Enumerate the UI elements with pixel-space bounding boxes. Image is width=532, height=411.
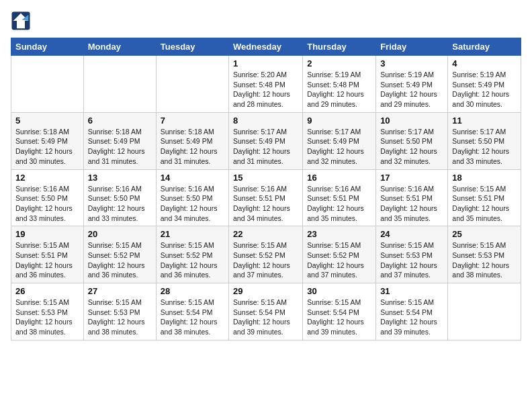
day-number: 27	[88, 286, 152, 296]
calendar-week-5: 26Sunrise: 5:15 AM Sunset: 5:53 PM Dayli…	[11, 283, 521, 340]
day-info: Sunrise: 5:15 AM Sunset: 5:54 PM Dayligh…	[307, 298, 371, 337]
day-number: 25	[452, 229, 517, 239]
calendar-cell: 19Sunrise: 5:15 AM Sunset: 5:51 PM Dayli…	[11, 226, 84, 283]
day-info: Sunrise: 5:15 AM Sunset: 5:51 PM Dayligh…	[452, 184, 517, 224]
calendar-cell: 30Sunrise: 5:15 AM Sunset: 5:54 PM Dayli…	[303, 283, 376, 340]
day-info: Sunrise: 5:17 AM Sunset: 5:50 PM Dayligh…	[452, 127, 517, 167]
calendar-cell: 31Sunrise: 5:15 AM Sunset: 5:54 PM Dayli…	[376, 283, 448, 340]
calendar-cell: 4Sunrise: 5:19 AM Sunset: 5:49 PM Daylig…	[448, 56, 521, 113]
day-info: Sunrise: 5:15 AM Sunset: 5:53 PM Dayligh…	[380, 240, 443, 280]
day-info: Sunrise: 5:15 AM Sunset: 5:52 PM Dayligh…	[88, 240, 152, 280]
day-number: 29	[233, 286, 298, 296]
calendar-cell: 23Sunrise: 5:15 AM Sunset: 5:52 PM Dayli…	[303, 226, 376, 283]
day-number: 14	[161, 173, 224, 183]
day-info: Sunrise: 5:15 AM Sunset: 5:53 PM Dayligh…	[452, 240, 517, 280]
calendar-cell: 9Sunrise: 5:17 AM Sunset: 5:49 PM Daylig…	[303, 112, 376, 169]
day-info: Sunrise: 5:15 AM Sunset: 5:51 PM Dayligh…	[15, 240, 79, 280]
day-number: 10	[380, 116, 443, 126]
day-info: Sunrise: 5:15 AM Sunset: 5:52 PM Dayligh…	[233, 240, 298, 280]
calendar-cell: 3Sunrise: 5:19 AM Sunset: 5:49 PM Daylig…	[376, 56, 448, 113]
weekday-header-friday: Friday	[376, 38, 448, 56]
day-number: 7	[161, 116, 224, 126]
weekday-header-wednesday: Wednesday	[229, 38, 303, 56]
day-info: Sunrise: 5:17 AM Sunset: 5:50 PM Dayligh…	[380, 127, 443, 167]
day-info: Sunrise: 5:16 AM Sunset: 5:51 PM Dayligh…	[307, 184, 371, 224]
calendar-week-3: 12Sunrise: 5:16 AM Sunset: 5:50 PM Dayli…	[11, 169, 521, 226]
page-header	[11, 11, 521, 31]
calendar-cell: 13Sunrise: 5:16 AM Sunset: 5:50 PM Dayli…	[83, 169, 156, 226]
day-number: 15	[233, 173, 298, 183]
calendar-cell: 6Sunrise: 5:18 AM Sunset: 5:49 PM Daylig…	[83, 112, 156, 169]
day-number: 28	[161, 286, 224, 296]
day-number: 18	[452, 173, 517, 183]
calendar-cell: 10Sunrise: 5:17 AM Sunset: 5:50 PM Dayli…	[376, 112, 448, 169]
day-number: 17	[380, 173, 443, 183]
calendar-cell: 16Sunrise: 5:16 AM Sunset: 5:51 PM Dayli…	[303, 169, 376, 226]
calendar-cell: 5Sunrise: 5:18 AM Sunset: 5:49 PM Daylig…	[11, 112, 84, 169]
calendar-cell: 25Sunrise: 5:15 AM Sunset: 5:53 PM Dayli…	[448, 226, 521, 283]
calendar-cell: 22Sunrise: 5:15 AM Sunset: 5:52 PM Dayli…	[229, 226, 303, 283]
day-info: Sunrise: 5:17 AM Sunset: 5:49 PM Dayligh…	[307, 127, 371, 167]
calendar-table: SundayMondayTuesdayWednesdayThursdayFrid…	[11, 38, 521, 340]
day-info: Sunrise: 5:15 AM Sunset: 5:52 PM Dayligh…	[307, 240, 371, 280]
calendar-cell: 24Sunrise: 5:15 AM Sunset: 5:53 PM Dayli…	[376, 226, 448, 283]
day-info: Sunrise: 5:19 AM Sunset: 5:49 PM Dayligh…	[380, 70, 443, 109]
weekday-header-thursday: Thursday	[303, 38, 376, 56]
day-number: 23	[307, 229, 371, 239]
day-info: Sunrise: 5:18 AM Sunset: 5:49 PM Dayligh…	[15, 127, 79, 167]
day-info: Sunrise: 5:15 AM Sunset: 5:54 PM Dayligh…	[161, 298, 224, 337]
day-info: Sunrise: 5:15 AM Sunset: 5:52 PM Dayligh…	[161, 240, 224, 280]
day-info: Sunrise: 5:16 AM Sunset: 5:51 PM Dayligh…	[380, 184, 443, 224]
logo-icon	[11, 11, 31, 31]
calendar-week-2: 5Sunrise: 5:18 AM Sunset: 5:49 PM Daylig…	[11, 112, 521, 169]
calendar-cell: 29Sunrise: 5:15 AM Sunset: 5:54 PM Dayli…	[229, 283, 303, 340]
calendar-cell: 1Sunrise: 5:20 AM Sunset: 5:48 PM Daylig…	[229, 56, 303, 113]
calendar-cell: 12Sunrise: 5:16 AM Sunset: 5:50 PM Dayli…	[11, 169, 84, 226]
day-number: 3	[380, 58, 443, 68]
weekday-header-tuesday: Tuesday	[156, 38, 228, 56]
day-number: 13	[88, 173, 152, 183]
day-info: Sunrise: 5:19 AM Sunset: 5:49 PM Dayligh…	[452, 70, 517, 109]
day-number: 22	[233, 229, 298, 239]
calendar-week-1: 1Sunrise: 5:20 AM Sunset: 5:48 PM Daylig…	[11, 56, 521, 113]
day-number: 9	[307, 116, 371, 126]
calendar-cell: 8Sunrise: 5:17 AM Sunset: 5:49 PM Daylig…	[229, 112, 303, 169]
day-info: Sunrise: 5:16 AM Sunset: 5:50 PM Dayligh…	[88, 184, 152, 224]
calendar-cell: 21Sunrise: 5:15 AM Sunset: 5:52 PM Dayli…	[156, 226, 228, 283]
day-info: Sunrise: 5:15 AM Sunset: 5:53 PM Dayligh…	[15, 298, 79, 337]
day-info: Sunrise: 5:15 AM Sunset: 5:54 PM Dayligh…	[380, 298, 443, 337]
calendar-cell: 17Sunrise: 5:16 AM Sunset: 5:51 PM Dayli…	[376, 169, 448, 226]
calendar-cell: 28Sunrise: 5:15 AM Sunset: 5:54 PM Dayli…	[156, 283, 228, 340]
day-info: Sunrise: 5:19 AM Sunset: 5:48 PM Dayligh…	[307, 70, 371, 109]
calendar-cell: 20Sunrise: 5:15 AM Sunset: 5:52 PM Dayli…	[83, 226, 156, 283]
calendar-cell	[83, 56, 156, 113]
day-info: Sunrise: 5:15 AM Sunset: 5:54 PM Dayligh…	[233, 298, 298, 337]
day-number: 5	[15, 116, 79, 126]
calendar-cell	[156, 56, 228, 113]
calendar-cell: 14Sunrise: 5:16 AM Sunset: 5:50 PM Dayli…	[156, 169, 228, 226]
day-number: 4	[452, 58, 517, 68]
day-info: Sunrise: 5:18 AM Sunset: 5:49 PM Dayligh…	[88, 127, 152, 167]
day-number: 2	[307, 58, 371, 68]
calendar-cell	[448, 283, 521, 340]
day-number: 20	[88, 229, 152, 239]
weekday-header-saturday: Saturday	[448, 38, 521, 56]
day-number: 16	[307, 173, 371, 183]
day-number: 26	[15, 286, 79, 296]
calendar-week-4: 19Sunrise: 5:15 AM Sunset: 5:51 PM Dayli…	[11, 226, 521, 283]
day-info: Sunrise: 5:15 AM Sunset: 5:53 PM Dayligh…	[88, 298, 152, 337]
calendar-cell	[11, 56, 84, 113]
day-number: 8	[233, 116, 298, 126]
day-number: 19	[15, 229, 79, 239]
calendar-cell: 7Sunrise: 5:18 AM Sunset: 5:49 PM Daylig…	[156, 112, 228, 169]
calendar-header-row: SundayMondayTuesdayWednesdayThursdayFrid…	[11, 38, 521, 56]
day-number: 31	[380, 286, 443, 296]
logo	[11, 11, 34, 31]
day-number: 1	[233, 58, 298, 68]
day-number: 21	[161, 229, 224, 239]
day-info: Sunrise: 5:16 AM Sunset: 5:51 PM Dayligh…	[233, 184, 298, 224]
day-info: Sunrise: 5:20 AM Sunset: 5:48 PM Dayligh…	[233, 70, 298, 109]
calendar-cell: 2Sunrise: 5:19 AM Sunset: 5:48 PM Daylig…	[303, 56, 376, 113]
day-info: Sunrise: 5:18 AM Sunset: 5:49 PM Dayligh…	[161, 127, 224, 167]
calendar-cell: 15Sunrise: 5:16 AM Sunset: 5:51 PM Dayli…	[229, 169, 303, 226]
